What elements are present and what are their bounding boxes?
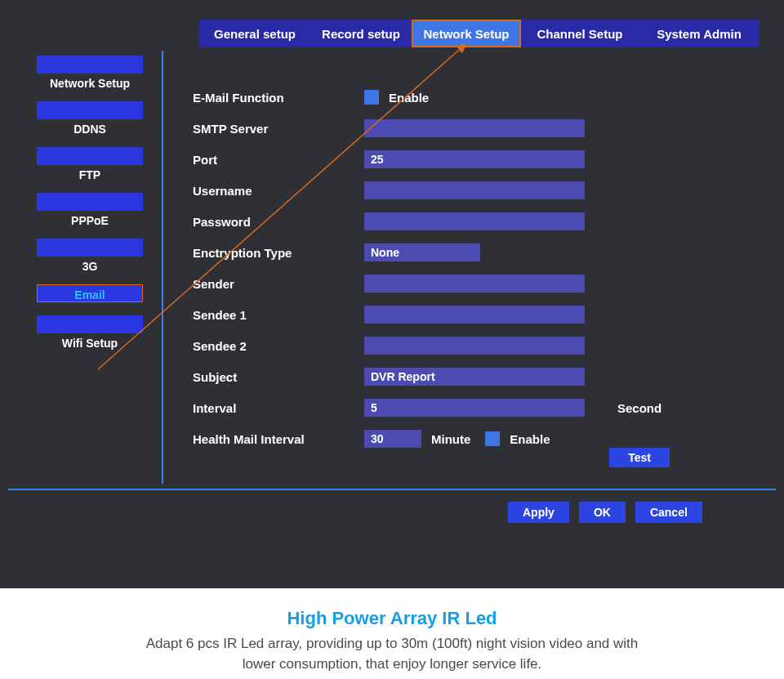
tab-record-setup[interactable]: Record setup — [310, 20, 412, 47]
email-form: E-Mail Function Enable SMTP Server Port … — [193, 82, 760, 454]
sidebar-cap-icon — [37, 101, 143, 119]
label-email-function: E-Mail Function — [193, 91, 364, 105]
label-encryption: Enctryption Type — [193, 246, 364, 260]
sidebar-item-ftp[interactable]: FTP — [33, 147, 147, 181]
sidebar-item-label: Email — [33, 286, 147, 304]
input-username[interactable] — [364, 181, 585, 199]
label-sendee2: Sendee 2 — [193, 339, 364, 353]
sidebar-cap-icon — [37, 315, 143, 333]
sidebar-item-pppoe[interactable]: PPPoE — [33, 193, 147, 227]
tab-general-setup[interactable]: General setup — [199, 20, 310, 47]
sidebar-cap-icon — [37, 239, 143, 257]
sidebar-cap-icon — [37, 56, 143, 74]
test-button[interactable]: Test — [609, 448, 670, 467]
select-encryption[interactable]: None — [364, 243, 480, 261]
apply-button[interactable]: Apply — [508, 502, 569, 523]
sidebar-item-label: FTP — [33, 165, 147, 181]
input-sendee2[interactable] — [364, 337, 585, 355]
tab-network-setup[interactable]: Network Setup — [412, 20, 521, 47]
sidebar-item-label: 3G — [33, 257, 147, 273]
input-port[interactable]: 25 — [364, 150, 585, 168]
sidebar-item-label: Network Setup — [33, 74, 147, 90]
sidebar-item-label: PPPoE — [33, 211, 147, 227]
input-sendee1[interactable] — [364, 306, 585, 324]
cancel-button[interactable]: Cancel — [635, 502, 702, 523]
sidebar-item-wifi-setup[interactable]: Wifi Setup — [33, 315, 147, 350]
sidebar-cap-icon — [37, 147, 143, 165]
checkbox-health-enable[interactable] — [485, 431, 500, 446]
checkbox-label-enable: Enable — [389, 91, 429, 105]
checkbox-label-health-enable: Enable — [510, 432, 550, 446]
tab-channel-setup[interactable]: Channel Setup — [521, 20, 639, 47]
label-health: Health Mail Interval — [193, 432, 364, 446]
unit-interval: Second — [617, 401, 662, 415]
label-subject: Subject — [193, 370, 364, 384]
sidebar-item-network-setup[interactable]: Network Setup — [33, 56, 147, 90]
label-interval: Interval — [193, 401, 364, 415]
sidebar-item-3g[interactable]: 3G — [33, 239, 147, 273]
label-password: Password — [193, 215, 364, 229]
caption-title: High Power Array IR Led — [0, 608, 784, 629]
sidebar-item-email[interactable]: Email — [33, 284, 147, 304]
caption-block: High Power Array IR Led Adapt 6 pcs IR L… — [0, 588, 784, 674]
sidebar-cap-icon — [37, 193, 143, 211]
label-username: Username — [193, 184, 364, 198]
caption-body: Adapt 6 pcs IR Led array, providing up t… — [131, 634, 653, 674]
input-sender[interactable] — [364, 275, 585, 293]
input-smtp[interactable] — [364, 119, 585, 137]
top-tabbar: General setup Record setup Network Setup… — [199, 20, 760, 47]
footer-buttons: Apply OK Cancel — [508, 502, 702, 523]
label-sendee1: Sendee 1 — [193, 308, 364, 322]
sidebar-item-ddns[interactable]: DDNS — [33, 101, 147, 136]
label-port: Port — [193, 153, 364, 167]
ok-button[interactable]: OK — [579, 502, 626, 523]
input-subject[interactable]: DVR Report — [364, 368, 585, 386]
footer-separator — [8, 489, 776, 490]
label-smtp: SMTP Server — [193, 122, 364, 136]
input-password[interactable] — [364, 212, 585, 230]
tab-system-admin[interactable]: System Admin — [639, 20, 760, 47]
sidebar-separator — [162, 51, 163, 484]
label-sender: Sender — [193, 277, 364, 291]
input-health[interactable]: 30 — [364, 430, 421, 448]
input-interval[interactable]: 5 — [364, 399, 585, 417]
sidebar-item-label: DDNS — [33, 119, 147, 136]
sidebar-item-label: Wifi Setup — [33, 333, 147, 350]
unit-health: Minute — [431, 432, 470, 446]
settings-panel: General setup Record setup Network Setup… — [0, 0, 784, 588]
checkbox-email-function[interactable] — [364, 90, 379, 105]
sidebar: Network Setup DDNS FTP PPPoE 3G Email Wi… — [33, 56, 147, 361]
